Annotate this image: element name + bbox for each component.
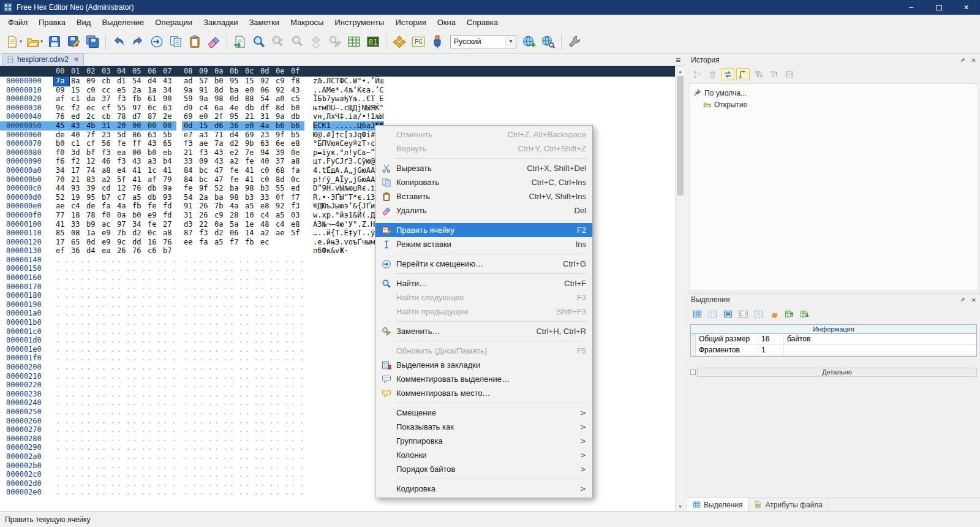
hex-byte-cell[interactable]: . . — [115, 443, 130, 452]
hex-byte-cell[interactable]: . . — [115, 345, 130, 354]
history-track-button[interactable] — [721, 68, 734, 80]
pan-selection-button[interactable] — [767, 308, 780, 320]
hex-byte-cell[interactable]: . . — [85, 282, 100, 292]
hex-byte-cell[interactable]: . . — [258, 354, 274, 363]
hex-byte-cell[interactable]: . . — [289, 425, 304, 434]
hex-byte-cell[interactable]: . . — [289, 264, 304, 273]
hex-byte-cell[interactable]: . . — [274, 461, 289, 471]
ascii-cell[interactable]: .e.йњЭ.vоъҐчым — [313, 238, 375, 247]
hex-byte-cell[interactable]: 5b — [161, 131, 176, 140]
hex-byte-cell[interactable]: a5 — [274, 211, 289, 220]
hex-byte-cell[interactable]: . . — [243, 300, 258, 309]
hex-byte-cell[interactable]: . . — [100, 479, 115, 488]
hex-byte-cell[interactable]: . . — [228, 354, 243, 363]
hex-byte-cell[interactable]: . . — [146, 372, 161, 381]
hex-byte-cell[interactable]: ee — [182, 238, 197, 247]
hex-byte-cell[interactable]: . . — [54, 452, 69, 461]
hex-byte-cell[interactable]: db — [243, 104, 258, 113]
hex-byte-cell[interactable]: . . — [100, 256, 115, 265]
hex-byte-cell[interactable]: dd — [130, 238, 146, 247]
hex-byte-cell[interactable]: d7 — [130, 112, 146, 121]
hex-byte-cell[interactable]: . . — [213, 291, 228, 300]
hex-byte-cell[interactable]: . . — [130, 372, 146, 381]
hex-byte-cell[interactable]: . . — [130, 452, 146, 461]
hex-byte-cell[interactable]: 0a — [115, 211, 130, 220]
hex-byte-cell[interactable]: . . — [274, 452, 289, 461]
hex-byte-cell[interactable]: 63 — [161, 104, 176, 113]
hex-byte-cell[interactable]: c7 — [115, 193, 130, 202]
hex-byte-cell[interactable]: 41 — [130, 166, 146, 175]
hex-byte-cell[interactable]: . . — [146, 354, 161, 363]
hex-byte-cell[interactable]: 2a — [197, 193, 213, 202]
scroll-down-icon[interactable]: ▼ — [676, 501, 685, 511]
hex-byte-cell[interactable]: . . — [85, 381, 100, 390]
hex-byte-cell[interactable]: 9a — [274, 112, 289, 121]
hex-byte-cell[interactable]: . . — [182, 381, 197, 390]
hex-byte-cell[interactable]: 95 — [85, 193, 100, 202]
hex-byte-cell[interactable]: 39 — [274, 148, 289, 157]
ascii-cell[interactable]: vн,ЛxЧ‡.iа/•!1љЫ — [313, 112, 384, 121]
hex-byte-cell[interactable]: 8d — [274, 175, 289, 184]
hex-byte-cell[interactable]: 98 — [213, 94, 228, 104]
hex-byte-cell[interactable]: 43 — [69, 121, 85, 131]
hex-byte-cell[interactable]: 84 — [182, 175, 197, 184]
hex-byte-cell[interactable]: . . — [115, 479, 130, 488]
hex-byte-cell[interactable]: 0a — [213, 220, 228, 229]
ascii-cell[interactable]: п6Фк&vЖ· — [313, 246, 349, 256]
hex-byte-cell[interactable]: . . — [115, 452, 130, 461]
save-selection-button[interactable] — [797, 308, 811, 320]
hex-byte-cell[interactable]: . . — [289, 282, 304, 292]
hex-byte-cell[interactable]: . . — [115, 417, 130, 426]
ascii-cell[interactable]: w.xр.°йэ1&Й(.ДҐ. — [313, 211, 384, 220]
hex-byte-cell[interactable]: . . — [130, 470, 146, 479]
hex-byte-cell[interactable]: 92 — [274, 86, 289, 95]
hex-byte-cell[interactable]: . . — [289, 434, 304, 444]
hex-byte-cell[interactable]: ed — [69, 112, 85, 121]
hex-byte-cell[interactable]: . . — [274, 398, 289, 408]
hex-byte-cell[interactable]: . . — [197, 488, 213, 497]
clear-history-button[interactable] — [706, 68, 719, 80]
hex-byte-cell[interactable]: 09 — [197, 157, 213, 166]
hex-byte-cell[interactable]: e2 — [228, 148, 243, 157]
hex-byte-cell[interactable]: . . — [130, 479, 146, 488]
hex-byte-cell[interactable]: . . — [182, 479, 197, 488]
hex-byte-cell[interactable]: 36 — [228, 121, 243, 131]
hex-byte-cell[interactable]: 06 — [228, 229, 243, 238]
hex-byte-cell[interactable]: ff — [130, 139, 146, 148]
hex-byte-cell[interactable]: . . — [69, 381, 85, 390]
hex-byte-cell[interactable]: . . — [182, 309, 197, 318]
hex-byte-cell[interactable]: c0 — [85, 86, 100, 95]
hex-byte-cell[interactable]: 0d — [182, 121, 197, 131]
hex-byte-cell[interactable]: c1 — [69, 94, 85, 104]
hex-byte-cell[interactable]: . . — [274, 345, 289, 354]
hex-byte-cell[interactable]: 55 — [115, 104, 130, 113]
hex-byte-cell[interactable]: e8 — [289, 139, 304, 148]
hex-byte-cell[interactable]: . . — [69, 273, 85, 282]
hex-byte-cell[interactable]: . . — [146, 408, 161, 417]
hex-byte-cell[interactable]: . . — [274, 381, 289, 390]
hex-byte-cell[interactable] — [228, 246, 243, 256]
hex-byte-cell[interactable]: ea — [100, 246, 115, 256]
close-button[interactable]: ✕ — [952, 0, 980, 15]
ascii-cell[interactable]: …..й{Т.Ё‡уТ..ў®_ — [313, 229, 384, 238]
hex-byte-cell[interactable]: . . — [115, 256, 130, 265]
hex-byte-cell[interactable]: f2 — [69, 104, 85, 113]
hex-byte-cell[interactable]: ec — [258, 238, 274, 247]
hex-byte-cell[interactable]: . . — [182, 273, 197, 282]
hex-byte-cell[interactable]: 0f — [274, 193, 289, 202]
hex-byte-cell[interactable]: . . — [161, 273, 176, 282]
hex-byte-cell[interactable]: 2a — [130, 86, 146, 95]
hex-byte-cell[interactable]: 4a — [258, 121, 274, 131]
hex-byte-cell[interactable]: . . — [100, 425, 115, 434]
hex-byte-cell[interactable]: . . — [54, 434, 69, 444]
hex-byte-cell[interactable]: . . — [182, 470, 197, 479]
hex-byte-cell[interactable]: b6 — [289, 121, 304, 131]
hex-byte-cell[interactable]: . . — [274, 291, 289, 300]
hex-byte-cell[interactable]: . . — [100, 345, 115, 354]
find-button[interactable] — [250, 32, 268, 51]
hex-byte-cell[interactable]: d2 — [130, 229, 146, 238]
ascii-cell[interactable]: ®ДЮъJыюэ‘&{JҐи’у — [313, 202, 384, 211]
new-file-button[interactable]: ▾ — [4, 32, 24, 51]
hex-byte-cell[interactable]: 69 — [243, 131, 258, 140]
hex-byte-cell[interactable]: 6a — [213, 104, 228, 113]
